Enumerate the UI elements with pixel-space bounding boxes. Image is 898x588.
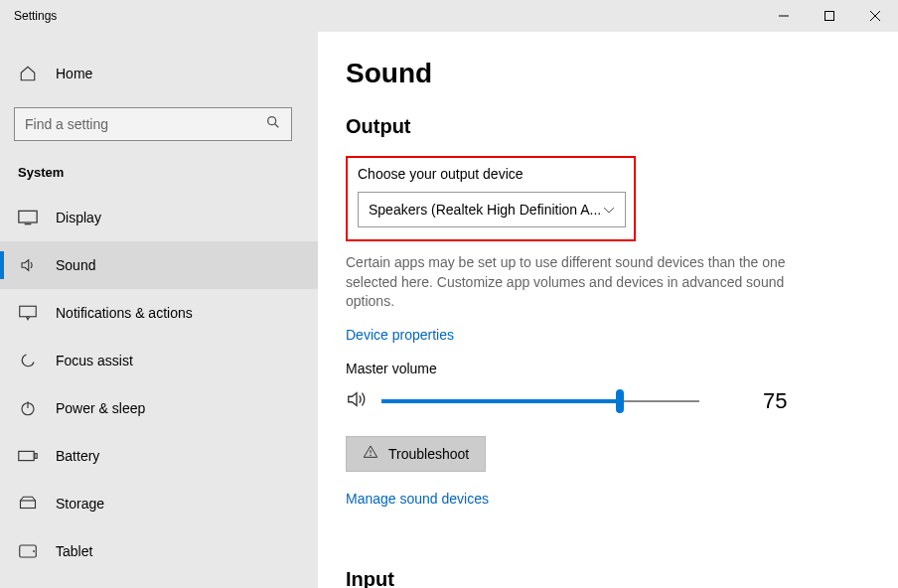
svg-rect-6 [19,211,37,222]
minimize-button[interactable] [761,0,807,32]
nav-item-label: Power & sleep [56,400,145,416]
svg-rect-8 [20,306,37,317]
output-device-label: Choose your output device [358,166,624,182]
nav-notifications[interactable]: Notifications & actions [0,289,318,337]
slider-track-filled [381,399,620,403]
svg-rect-11 [19,451,34,460]
main-content: Sound Output Choose your output device S… [318,32,898,588]
master-volume-label: Master volume [346,361,874,376]
slider-thumb[interactable] [616,389,624,413]
battery-icon [18,450,38,462]
nav-battery[interactable]: Battery [0,432,318,480]
svg-rect-13 [21,501,36,509]
nav-item-label: Battery [56,448,99,464]
svg-rect-1 [825,12,834,21]
nav-item-label: Display [56,210,101,225]
nav-sound[interactable]: Sound [0,241,318,289]
storage-icon [18,495,38,513]
troubleshoot-button[interactable]: Troubleshoot [346,436,486,472]
nav-home-label: Home [56,66,92,81]
nav-home[interactable]: Home [0,50,318,97]
nav-item-label: Storage [56,496,104,512]
svg-line-5 [275,124,279,128]
power-icon [18,399,38,417]
volume-icon[interactable] [346,388,368,414]
nav-item-label: Focus assist [56,353,133,368]
device-properties-link[interactable]: Device properties [346,327,454,343]
nav-group-system: System [0,151,318,194]
svg-point-15 [34,551,35,552]
nav-tablet[interactable]: Tablet [0,527,318,575]
svg-point-4 [268,117,276,125]
nav-power-sleep[interactable]: Power & sleep [0,384,318,432]
output-section-title: Output [346,115,874,138]
nav-item-label: Sound [56,257,95,273]
close-button[interactable] [852,0,898,32]
svg-point-17 [371,455,372,456]
warning-icon [363,444,378,463]
search-icon [265,114,281,134]
notifications-icon [18,305,38,321]
maximize-button[interactable] [807,0,852,32]
svg-rect-12 [35,454,37,459]
nav-focus-assist[interactable]: Focus assist [0,337,318,384]
focus-icon [18,352,38,369]
manage-sound-devices-link[interactable]: Manage sound devices [346,491,489,507]
output-device-highlight: Choose your output device Speakers (Real… [346,156,636,241]
chevron-down-icon [603,202,615,218]
input-section-title: Input [346,568,874,588]
titlebar: Settings [0,0,898,32]
search-box[interactable] [14,107,292,141]
home-icon [18,65,38,82]
search-input[interactable] [25,116,265,132]
tablet-icon [18,544,38,558]
display-icon [18,210,38,225]
output-device-dropdown[interactable]: Speakers (Realtek High Definition A... [358,192,626,227]
master-volume-row: 75 [346,388,874,414]
sidebar: Home System Display Sound Notifications … [0,32,318,588]
output-hint: Certain apps may be set up to use differ… [346,253,793,312]
volume-slider[interactable] [381,393,699,409]
nav-display[interactable]: Display [0,194,318,241]
troubleshoot-label: Troubleshoot [388,446,469,462]
volume-value: 75 [763,388,787,414]
nav-storage[interactable]: Storage [0,480,318,527]
page-title: Sound [346,58,874,89]
sound-icon [18,256,38,274]
titlebar-title: Settings [0,9,761,23]
nav-item-label: Notifications & actions [56,305,193,321]
nav-item-label: Tablet [56,543,92,559]
output-device-selected: Speakers (Realtek High Definition A... [369,202,601,218]
